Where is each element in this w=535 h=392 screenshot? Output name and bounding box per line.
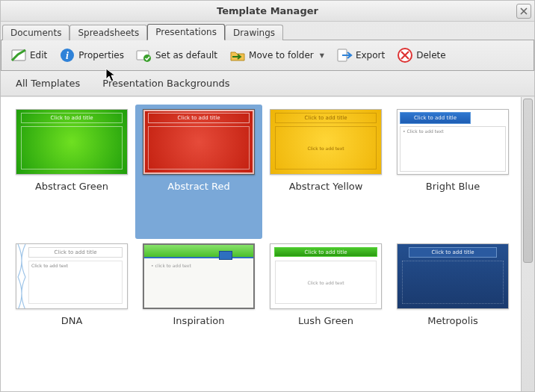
thumb-body: Click to add text [28,261,123,304]
thumb-title [144,245,253,258]
thumb-title: Click to add title [409,247,497,258]
template-item-dna[interactable]: Click to add title Click to add text DNA [8,239,135,373]
delete-button[interactable]: Delete [394,46,448,65]
template-item-inspiration[interactable]: • click to add text Inspiration [135,239,262,373]
template-item-metropolis[interactable]: Click to add title Metropolis [389,239,516,373]
properties-label: Properties [78,50,124,60]
set-default-label: Set as default [155,50,217,60]
delete-icon [397,47,413,63]
titlebar: Template Manager [1,1,534,22]
tab-bar: Documents Spreadsheets Presentations Dra… [1,22,534,40]
template-item-abstract-yellow[interactable]: Click to add title Click to add text Abs… [262,105,389,239]
thumb-body [21,126,123,169]
template-label: Inspiration [173,315,225,326]
template-label: Abstract Green [35,181,108,192]
dropdown-arrow-icon: ▼ [320,52,324,59]
template-label: Bright Blue [426,181,480,192]
template-thumb: Click to add title Click to add text [270,109,382,175]
template-thumb: Click to add title [397,243,509,309]
template-manager-window: Template Manager Documents Spreadsheets … [0,0,535,392]
delete-label: Delete [416,50,445,60]
breadcrumb: All Templates Presentation Backgrounds [1,71,534,96]
export-label: Export [356,50,385,60]
thumb-body [148,126,250,169]
template-thumb: Click to add title Click to add text [270,243,382,309]
toolbar: Edit i Properties Set as default Move to… [1,40,534,71]
template-label: Metropolis [427,315,478,326]
template-label: Abstract Red [167,181,229,192]
close-button[interactable] [516,4,531,19]
accent-square-icon [219,251,232,260]
template-thumb: Click to add title [16,109,128,175]
template-item-abstract-green[interactable]: Click to add title Abstract Green [8,105,135,239]
template-gallery: Click to add title Abstract Green Click … [1,97,521,391]
vertical-scrollbar[interactable] [521,97,534,391]
thumb-body: • Click to add text [400,126,506,172]
svg-text:i: i [66,50,69,61]
folder-move-icon [229,47,246,63]
svg-point-4 [143,55,151,62]
thumb-title: Click to add title [21,113,123,123]
info-icon: i [59,47,75,63]
tab-spreadsheets[interactable]: Spreadsheets [69,25,147,40]
edit-icon [10,47,27,63]
template-item-bright-blue[interactable]: Click to add title • Click to add text B… [389,105,516,239]
thumb-title: Click to add title [274,247,377,257]
move-to-folder-button[interactable]: Move to folder ▼ [226,46,327,65]
set-default-button[interactable]: Set as default [133,46,220,65]
thumb-title: Click to add title [400,112,471,124]
edit-button[interactable]: Edit [7,46,50,65]
tab-presentations[interactable]: Presentations [147,24,225,40]
thumb-body [402,261,504,304]
template-thumb: Click to add title [143,109,255,175]
template-thumb: Click to add title Click to add text [16,243,128,309]
tab-documents[interactable]: Documents [2,25,69,40]
default-icon [136,47,152,63]
dna-helix-icon [16,244,27,309]
breadcrumb-folder[interactable]: Presentation Backgrounds [102,78,229,89]
template-label: Abstract Yellow [289,181,363,192]
thumb-title: Click to add title [148,113,250,123]
edit-label: Edit [30,50,47,60]
tab-drawings[interactable]: Drawings [225,25,283,40]
breadcrumb-root[interactable]: All Templates [16,78,80,89]
template-thumb: Click to add title • Click to add text [397,109,509,175]
template-item-abstract-red[interactable]: Click to add title Abstract Red [135,105,262,239]
window-title: Template Manager [217,5,318,16]
close-icon [520,7,528,15]
move-to-folder-label: Move to folder [249,50,314,60]
thumb-body: • click to add text [149,261,249,303]
export-button[interactable]: Export [333,46,388,65]
properties-button[interactable]: i Properties [56,46,127,65]
export-icon [336,47,353,63]
thumb-title: Click to add title [28,247,123,258]
thumb-title: Click to add title [275,113,377,123]
template-thumb: • click to add text [143,243,255,309]
gallery-container: Click to add title Abstract Green Click … [1,96,534,391]
template-label: DNA [61,315,83,326]
thumb-body: Click to add text [275,126,377,169]
scrollbar-thumb[interactable] [523,99,533,263]
template-label: Lush Green [298,315,353,326]
thumb-body: Click to add text [275,261,377,304]
template-item-lush-green[interactable]: Click to add title Click to add text Lus… [262,239,389,373]
